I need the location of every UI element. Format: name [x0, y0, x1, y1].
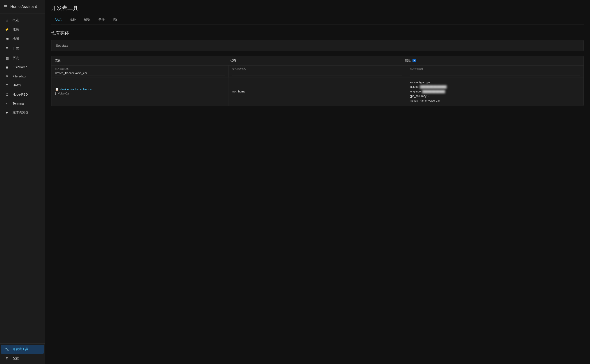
sidebar-item-label: 能源	[13, 28, 19, 32]
sidebar-item-label: 历史	[13, 56, 19, 60]
sidebar-item-label: HACS	[13, 84, 21, 87]
node-icon	[5, 92, 9, 97]
attr-longitude: longitude: ████████████	[410, 89, 580, 94]
sidebar-nav: 概览 能源 地图 日志 历史 ESPHome File editor HACS	[0, 13, 45, 343]
media-icon	[5, 111, 9, 114]
sidebar-item-history[interactable]: 历史	[1, 53, 44, 63]
table-header: 实体 状态 属性	[51, 56, 583, 65]
esphome-icon	[5, 65, 9, 69]
hacs-icon	[5, 84, 9, 87]
dev-icon	[5, 348, 9, 351]
page-title: 开发者工具	[51, 5, 584, 12]
sidebar-item-label: 开发者工具	[13, 347, 28, 351]
tab-service[interactable]: 服务	[66, 15, 80, 24]
entity-id: device_tracker.volvo_car	[60, 88, 93, 91]
attr-gps-accuracy: gps_accuracy: 0	[410, 94, 580, 98]
attr-friendly-name: friendly_name: Volvo Car	[410, 98, 580, 103]
sidebar-header: Home Assistant	[0, 0, 45, 13]
sidebar-item-media[interactable]: 媒体浏览器	[1, 108, 44, 117]
filter-cell-attr: 输入筛选属性	[406, 65, 583, 77]
sidebar-item-label: 概览	[13, 18, 19, 22]
bar-icon	[5, 56, 9, 60]
main-content: 开发者工具 状态 服务 模板 事件 统计 现有实体 Set state	[45, 0, 590, 364]
filter-attr-label: 输入筛选属性	[410, 67, 580, 71]
filter-cell-state: 输入筛选状态	[229, 65, 406, 77]
col-header-entity: 实体	[55, 58, 230, 63]
attr-latitude-value: ██████████████	[420, 84, 447, 89]
sidebar-item-label: 日志	[13, 46, 19, 51]
filter-state-input[interactable]	[232, 71, 402, 75]
filter-entity-label: 输入筛选实体	[55, 67, 225, 71]
friendly-name: Volvo Car	[58, 92, 70, 95]
sidebar-item-terminal[interactable]: Terminal	[1, 99, 44, 108]
filter-cell-entity: 输入筛选实体	[51, 65, 229, 77]
attr-latitude: latitude: ██████████████	[410, 84, 580, 89]
sidebar-item-label: 媒体浏览器	[13, 110, 28, 114]
tab-state[interactable]: 状态	[51, 15, 66, 24]
sidebar-item-dev-tools[interactable]: 开发者工具	[1, 345, 44, 354]
tab-template[interactable]: 模板	[80, 15, 94, 24]
sidebar: Home Assistant 概览 能源 地图 日志 历史 ESPHome	[0, 0, 45, 364]
entity-table: 实体 状态 属性 输入筛选实体 输入筛选状态	[51, 56, 584, 106]
filter-entity-input[interactable]	[55, 71, 225, 75]
hamburger-icon[interactable]	[4, 4, 7, 9]
sidebar-item-energy[interactable]: 能源	[1, 25, 44, 34]
entity-info: Volvo Car	[55, 92, 225, 95]
attr-source-type: source_type: gps	[410, 80, 580, 84]
terminal-icon	[5, 102, 9, 105]
grid-icon	[5, 18, 9, 22]
filter-state-label: 输入筛选状态	[232, 67, 402, 71]
sidebar-item-esphome[interactable]: ESPHome	[1, 63, 44, 71]
sidebar-item-label: Node-RED	[13, 93, 28, 96]
page-header: 开发者工具 状态 服务 模板 事件 统计	[45, 0, 590, 25]
filter-attr-input[interactable]	[410, 71, 580, 75]
section-title: 现有实体	[51, 30, 584, 36]
sidebar-item-overview[interactable]: 概览	[1, 15, 44, 25]
content-area: 现有实体 Set state 实体 状态 属性 输入筛	[45, 25, 590, 364]
map-icon	[5, 37, 9, 41]
edit-icon	[5, 74, 9, 78]
info-icon	[55, 92, 56, 95]
state-cell: not_home	[229, 78, 406, 106]
sidebar-item-hacs[interactable]: HACS	[1, 81, 44, 90]
filter-row: 输入筛选实体 输入筛选状态 输入筛选属性	[51, 65, 583, 78]
set-state-card: Set state	[51, 40, 584, 51]
sidebar-item-label: File editor	[13, 74, 26, 78]
set-state-label: Set state	[56, 44, 68, 47]
sidebar-item-map[interactable]: 地图	[1, 34, 44, 43]
tabs: 状态 服务 模板 事件 统计	[51, 15, 584, 25]
sidebar-item-node-red[interactable]: Node-RED	[1, 90, 44, 99]
state-value: not_home	[232, 90, 402, 93]
entity-link[interactable]: device_tracker.volvo_car	[55, 88, 225, 91]
sidebar-item-label: 配置	[13, 356, 19, 360]
attributes-cell: source_type: gps latitude: █████████████…	[406, 78, 583, 106]
list-icon	[5, 46, 9, 51]
attributes-checkbox[interactable]	[413, 59, 416, 62]
tab-stats[interactable]: 统计	[109, 15, 123, 24]
bolt-icon	[5, 27, 9, 32]
sidebar-item-label: ESPHome	[13, 65, 27, 69]
sidebar-item-file-editor[interactable]: File editor	[1, 72, 44, 81]
col-header-attributes: 属性	[405, 58, 580, 63]
sidebar-item-label: 地图	[13, 37, 19, 41]
table-row: device_tracker.volvo_car Volvo Car not_h…	[51, 78, 583, 106]
sidebar-bottom: 开发者工具 配置	[0, 343, 45, 364]
sidebar-item-logbook[interactable]: 日志	[1, 44, 44, 53]
tab-event[interactable]: 事件	[94, 15, 109, 24]
clipboard-icon	[55, 88, 59, 91]
attr-longitude-value: ████████████	[422, 89, 445, 94]
col-header-state: 状态	[230, 58, 405, 63]
sidebar-item-config[interactable]: 配置	[1, 354, 44, 363]
gear-icon	[5, 356, 9, 360]
sidebar-item-label: Terminal	[13, 102, 25, 105]
entity-cell: device_tracker.volvo_car Volvo Car	[51, 78, 229, 106]
app-title: Home Assistant	[10, 5, 37, 9]
